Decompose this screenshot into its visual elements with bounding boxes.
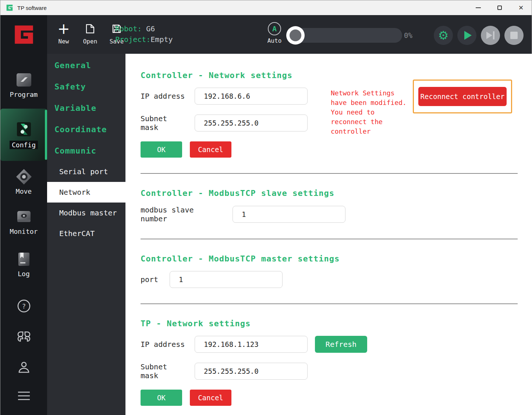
submenu-item-variable[interactable]: Variable xyxy=(47,97,125,119)
sidebar: Program Config Move xyxy=(0,54,47,415)
new-button[interactable]: + New xyxy=(53,21,74,45)
user-icon xyxy=(19,362,29,372)
speed-percentage: 0% xyxy=(404,31,412,39)
submenu-item-serial-port[interactable]: Serial port xyxy=(47,161,125,182)
settings-button[interactable]: ⚙ xyxy=(434,26,453,45)
open-button[interactable]: Open xyxy=(80,21,100,45)
sidebar-item-config[interactable]: Config xyxy=(0,109,47,161)
maximize-icon xyxy=(497,6,502,10)
minimize-icon xyxy=(476,7,481,8)
log-icon xyxy=(15,251,32,268)
modbus-slave-number-input[interactable] xyxy=(233,206,345,223)
auto-mode-label: Auto xyxy=(267,37,282,44)
app-window: TP software ✕ + New xyxy=(0,0,532,415)
open-label: Open xyxy=(83,38,97,45)
reconnect-highlight-box: Reconnect controller xyxy=(413,80,512,113)
section-divider xyxy=(141,303,518,304)
user-button[interactable] xyxy=(17,360,31,375)
hamburger-icon xyxy=(18,392,30,400)
minimize-button[interactable] xyxy=(468,0,489,15)
new-label: New xyxy=(58,38,69,45)
question-icon: ? xyxy=(22,302,26,310)
robot-value: G6 xyxy=(142,24,155,33)
monitor-icon xyxy=(15,208,32,225)
app-logo-icon xyxy=(6,4,14,12)
maximize-button[interactable] xyxy=(489,0,510,15)
close-icon: ✕ xyxy=(518,5,524,11)
brand-logo-zone xyxy=(0,15,47,54)
brand-logo-icon xyxy=(12,22,36,47)
refresh-button[interactable]: Refresh xyxy=(315,336,367,353)
main-content: Controller - Network settings Network Se… xyxy=(125,54,532,415)
network-modified-warning: Network Settings have been modified. You… xyxy=(331,88,409,136)
help-button[interactable]: ? xyxy=(17,299,31,313)
sidebar-item-move[interactable]: Move xyxy=(0,168,47,195)
controller-network-ok-button[interactable]: OK xyxy=(141,141,182,158)
section-title: Controller - ModbusTCP slave settings xyxy=(141,189,518,198)
tp-mask-input[interactable] xyxy=(195,363,308,380)
sidebar-item-log[interactable]: Log xyxy=(0,251,47,278)
section-modbus-slave: Controller - ModbusTCP slave settings mo… xyxy=(141,189,518,239)
ip-address-label: IP address xyxy=(141,92,187,101)
mode-indicator[interactable]: A Auto xyxy=(267,22,282,44)
submenu-item-coordinate[interactable]: Coordinate xyxy=(47,119,125,140)
open-file-icon xyxy=(85,23,96,34)
apps-button[interactable] xyxy=(17,329,31,344)
config-icon xyxy=(15,121,32,138)
move-icon xyxy=(15,168,32,185)
step-button[interactable] xyxy=(481,26,500,45)
sidebar-item-label: Move xyxy=(16,187,32,195)
section-tp-network: TP - Network settings IP address Refresh… xyxy=(141,319,518,406)
controller-ip-input[interactable] xyxy=(195,88,308,105)
controller-mask-input[interactable] xyxy=(195,115,308,131)
sidebar-item-program[interactable]: Program xyxy=(0,71,47,98)
play-icon xyxy=(464,31,472,40)
tp-network-cancel-button[interactable]: Cancel xyxy=(190,390,231,406)
section-divider xyxy=(141,173,518,174)
modbus-master-port-input[interactable] xyxy=(170,271,283,288)
config-submenu: General Safety Variable Coordinate Commu… xyxy=(47,54,125,415)
sidebar-item-monitor[interactable]: Monitor xyxy=(0,208,47,235)
project-info: Robot: G6 Project:Empty xyxy=(115,24,173,45)
submenu-item-general[interactable]: General xyxy=(47,54,125,76)
gear-icon: ⚙ xyxy=(438,29,449,41)
ip-address-label: IP address xyxy=(141,340,187,349)
program-icon xyxy=(15,71,32,88)
robot-label: Robot: xyxy=(115,24,142,33)
speed-slider[interactable] xyxy=(287,28,402,43)
subnet-mask-label: Subnet mask xyxy=(141,362,187,380)
tp-ip-input[interactable] xyxy=(195,336,308,353)
sidebar-item-label: Config xyxy=(10,141,38,149)
section-modbus-master: Controller - ModbusTCP master settings p… xyxy=(141,254,518,304)
port-label: port xyxy=(141,275,162,284)
auto-mode-icon: A xyxy=(268,22,281,35)
sidebar-item-label: Log xyxy=(18,270,30,278)
submenu-item-communic[interactable]: Communic xyxy=(47,140,125,161)
speed-slider-handle[interactable] xyxy=(286,26,305,45)
controller-network-cancel-button[interactable]: Cancel xyxy=(190,141,231,158)
menu-button[interactable] xyxy=(16,390,32,401)
stop-button[interactable] xyxy=(504,26,524,45)
step-forward-icon xyxy=(486,31,494,39)
new-icon: + xyxy=(57,21,70,36)
run-button[interactable] xyxy=(457,26,476,45)
submenu-item-network[interactable]: Network xyxy=(47,182,125,203)
section-title: Controller - Network settings xyxy=(141,71,518,80)
submenu-item-ethercat[interactable]: EtherCAT xyxy=(47,223,125,244)
tp-network-ok-button[interactable]: OK xyxy=(141,390,182,406)
reconnect-controller-button[interactable]: Reconnect controller xyxy=(418,87,507,106)
close-button[interactable]: ✕ xyxy=(510,0,532,15)
sidebar-item-label: Monitor xyxy=(10,228,38,235)
modbus-slave-number-label: modbus slave number xyxy=(141,205,224,223)
apps-grid-icon xyxy=(18,332,30,341)
submenu-item-modbus-master[interactable]: Modbus master xyxy=(47,203,125,223)
title-bar: TP software ✕ xyxy=(0,0,532,15)
section-title: TP - Network settings xyxy=(141,319,518,328)
project-value: Empty xyxy=(150,35,173,44)
section-controller-network: Controller - Network settings Network Se… xyxy=(141,71,518,174)
submenu-item-safety[interactable]: Safety xyxy=(47,76,125,97)
section-title: Controller - ModbusTCP master settings xyxy=(141,254,518,264)
subnet-mask-label: Subnet mask xyxy=(141,114,187,132)
project-label: Project: xyxy=(115,35,150,44)
toolbar: + New Open xyxy=(0,15,532,54)
